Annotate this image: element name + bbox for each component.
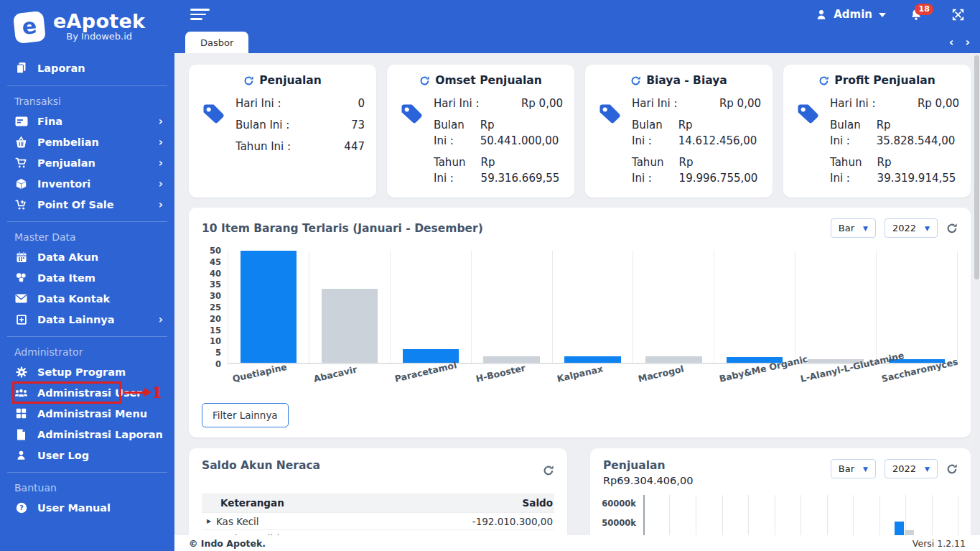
sidebar-item-administrasi-user[interactable]: Administrasi User 1 [0,382,174,403]
credit-card-icon [14,115,28,127]
user-icon [14,449,28,461]
envelope-icon [14,292,28,305]
chevron-right-icon: › [159,198,163,211]
refresh-icon[interactable] [243,75,254,86]
sidebar-item-data-lainnya[interactable]: Data Lainnya › [0,309,174,330]
caret-down-icon: ▼ [925,466,930,473]
tab-scroll-right-icon[interactable]: › [965,37,970,48]
stat-label: Hari Ini : [235,96,281,111]
refresh-icon[interactable] [630,75,641,86]
sidebar-item-label: Data Lainnya [37,314,114,325]
sidebar-item-data-akun[interactable]: Data Akun [0,246,174,267]
tab-dasbor[interactable]: Dasbor [185,32,248,53]
hamburger-menu-icon[interactable] [189,6,211,23]
grid-icon [14,407,28,420]
filter-lainnya-button[interactable]: Filter Lainnya [202,403,289,427]
x-axis-label: Abacavir [312,364,358,384]
cart-icon [14,157,28,169]
sidebar-item-inventori[interactable]: Inventori › [0,173,174,194]
app-logo-icon: e [13,11,46,44]
cart-plus-icon [14,198,28,210]
bar-chart-plot [228,251,958,364]
plus-square-icon [14,313,28,325]
balance-card: Saldo Akun Neraca Keterangan Saldo ▶Kas … [189,448,567,535]
sidebar-item-penjualan[interactable]: Penjualan › [0,152,174,173]
sidebar-item-user-log[interactable]: User Log [0,445,174,466]
bar-column [390,251,471,363]
year-select[interactable]: 2022 ▼ [885,218,938,238]
stat-card-title: Profit Penjualan [834,74,935,87]
stat-value: 447 [344,139,365,154]
bar-column [876,251,958,363]
user-name: Admin [834,8,872,21]
sidebar-item-administrasi-menu[interactable]: Administrasi Menu [0,403,174,424]
sidebar-item-point-of-sale[interactable]: Point Of Sale › [0,194,174,215]
sidebar-item-data-item[interactable]: Data Item [0,267,174,288]
refresh-icon[interactable] [946,463,958,475]
user-menu[interactable]: Admin [816,8,886,21]
refresh-icon[interactable] [543,465,554,476]
stat-value: Rp 0,00 [918,96,959,111]
chevron-right-icon: › [159,177,163,190]
refresh-icon[interactable] [818,75,829,86]
caret-down-icon: ▼ [863,466,868,473]
chevron-right-icon: › [159,157,163,170]
sidebar-item-data-kontak[interactable]: Data Kontak [0,288,174,309]
stat-label: Tahun Ini : [434,154,481,186]
sidebar-item-pembelian[interactable]: Pembelian › [0,131,174,152]
sales-total-value: Rp69.304.406,00 [603,475,693,486]
user-icon [816,9,827,20]
account-balance: 60.981.200,00 [432,530,554,536]
table-row[interactable]: ▶Bank Mandiri60.981.200,00 [202,530,554,536]
app-tagline: By Indoweb.id [66,31,132,42]
account-balance: -192.010.300,00 [432,513,554,530]
bar-column [714,251,795,363]
sidebar-item-laporan[interactable]: Laporan [0,57,174,79]
chart-type-select[interactable]: Bar ▼ [831,459,876,478]
table-row[interactable]: ▶Kas Kecil-192.010.300,00 [202,513,554,530]
calendar-icon [14,251,28,263]
stat-card-title: Penjualan [259,74,322,87]
scrollbar-track[interactable] [974,53,980,535]
sidebar-item-setup-program[interactable]: Setup Program [0,361,174,382]
bar [483,356,539,363]
svg-text:?: ? [19,504,24,511]
divider [7,336,167,337]
row-expand-icon[interactable]: ▶ [202,530,216,536]
scrollbar-thumb[interactable] [974,55,979,279]
notifications-button[interactable]: 18 [910,9,922,21]
bar-column [471,251,552,363]
box-icon [14,177,28,190]
expand-arrows-icon [952,9,964,21]
sidebar-item-user-manual[interactable]: ? User Manual [0,497,174,518]
caret-down-icon [879,13,886,17]
stat-value: 73 [351,117,365,133]
stat-value: Rp 0,00 [521,96,563,111]
question-circle-icon: ? [14,501,28,514]
version-text: Versi 1.2.11 [913,538,966,549]
stat-card-biaya: Biaya - Biaya Hari Ini :Rp 0,00 Bulan In… [585,65,773,198]
tab-scroll-left-icon[interactable]: ‹ [949,37,954,48]
year-select[interactable]: 2022 ▼ [885,459,938,478]
caret-down-icon: ▼ [925,225,930,232]
sidebar-item-label: Inventori [37,178,90,190]
divider [7,472,167,473]
sidebar: e eApotek By Indoweb.id Laporan Transaks… [0,0,174,551]
file-icon [14,428,28,440]
fullscreen-button[interactable] [952,9,964,21]
refresh-icon[interactable] [419,75,430,86]
sidebar-item-label: Penjualan [37,157,95,169]
stat-label: Hari Ini : [434,96,480,111]
column-header-keterangan: Keterangan [202,494,432,513]
row-expand-icon[interactable]: ▶ [202,513,216,530]
sidebar-item-fina[interactable]: Fina › [0,111,174,131]
section-title-bantuan: Bantuan [0,479,174,497]
sidebar-item-label: User Log [37,450,89,461]
bar [905,530,914,535]
sidebar-item-administrasi-laporan[interactable]: Administrasi Laporan [0,424,174,445]
refresh-icon[interactable] [946,223,958,234]
stat-label: Hari Ini : [830,96,876,111]
chart-type-select[interactable]: Bar ▼ [831,218,876,238]
footer: © Indo Apotek. Versi 1.2.11 [174,535,980,551]
caret-down-icon: ▼ [863,225,868,232]
